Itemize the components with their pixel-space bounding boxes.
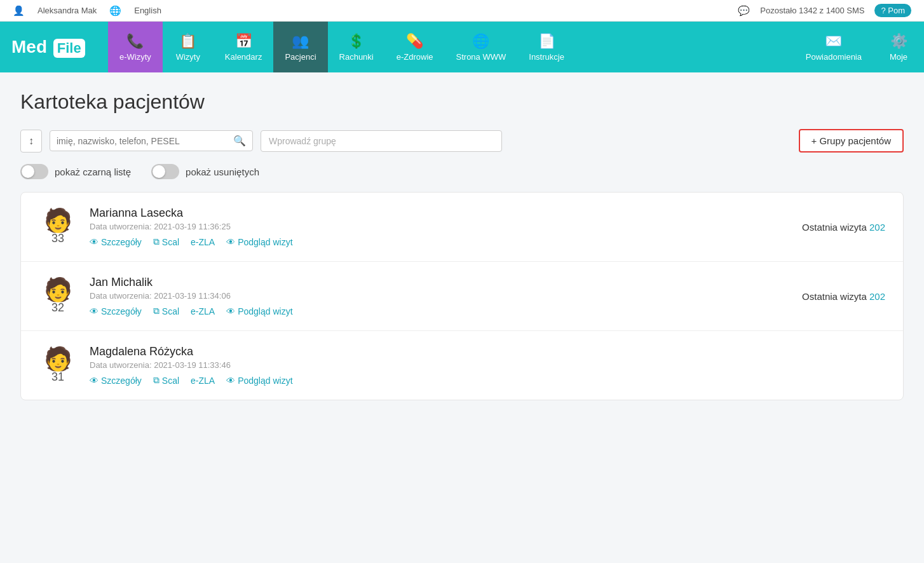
merge-icon: ⧉ (153, 306, 160, 316)
topbar-right: 💬 Pozostało 1342 z 1400 SMS ? Pom (738, 4, 911, 17)
logo-file-box: File (53, 39, 85, 58)
ezla-label: e-ZLA (191, 376, 215, 386)
ewizyty-icon: 📞 (126, 33, 144, 50)
podglad-label: Podgląd wizyt (238, 237, 292, 247)
patient-id-3: 31 (51, 370, 64, 384)
podglad-link-1[interactable]: 👁 Podgląd wizyt (226, 237, 292, 247)
merge-icon: ⧉ (153, 375, 160, 386)
ewizyty-label: e-Wizyty (119, 52, 151, 62)
powiadomienia-icon: ✉️ (825, 33, 842, 50)
moje-label: Moje (890, 52, 907, 62)
toggle-blacklist[interactable] (20, 164, 48, 179)
patient-actions-1: 👁 Szczegóły ⧉ Scal e-ZLA 👁 Podgląd wizyt (90, 236, 789, 247)
table-row: 🧑 33 Marianna Lasecka Data utworzenia: 2… (21, 193, 903, 262)
sort-icon: ↕︎ (29, 135, 34, 146)
language: English (134, 6, 161, 15)
scal-label: Scal (162, 237, 179, 247)
nav-instrukcje[interactable]: 📄 Instrukcje (517, 22, 576, 72)
ezla-link-1[interactable]: e-ZLA (191, 237, 215, 247)
user-icon: 👤 (13, 5, 25, 17)
szczegoly-link-3[interactable]: 👁 Szczegóły (90, 376, 142, 386)
nav-rachunki[interactable]: 💲 Rachunki (328, 22, 385, 72)
last-visit-label-2: Ostatnia wizyta (802, 291, 867, 302)
patient-date-2: Data utworzenia: 2021-03-19 11:34:06 (90, 291, 789, 301)
ezla-link-2[interactable]: e-ZLA (191, 306, 215, 316)
patient-date-1: Data utworzenia: 2021-03-19 11:36:25 (90, 222, 789, 231)
szczegoly-link-2[interactable]: 👁 Szczegóły (90, 306, 142, 316)
moje-icon: ⚙️ (890, 33, 907, 50)
nav-powiadomienia[interactable]: ✉️ Powiadomienia (794, 22, 873, 72)
page-title: Kartoteka pacjentów (20, 90, 904, 114)
logo: Med File (0, 22, 108, 72)
eye-icon: 👁 (90, 306, 99, 316)
sms-icon: 💬 (738, 5, 750, 17)
strona-www-label: Strona WWW (456, 52, 506, 62)
scal-label: Scal (162, 376, 179, 386)
podglad-link-3[interactable]: 👁 Podgląd wizyt (226, 376, 292, 386)
search-input[interactable] (57, 136, 229, 146)
eye2-icon: 👁 (226, 306, 235, 316)
szczegoly-link-1[interactable]: 👁 Szczegóły (90, 237, 142, 247)
username: Aleksandra Mak (37, 6, 97, 15)
avatar-person-icon: 🧑 (44, 278, 72, 301)
ezla-label: e-ZLA (191, 237, 215, 247)
toggle-blacklist-item: pokaż czarną listę (20, 164, 131, 179)
instrukcje-label: Instrukcje (529, 52, 564, 62)
group-input[interactable]: Wprowadź grupę (261, 130, 502, 152)
nav-pacjenci[interactable]: 👥 Pacjenci (273, 22, 327, 72)
pacjenci-label: Pacjenci (285, 52, 316, 62)
toggle-deleted-label: pokaż usuniętych (186, 166, 259, 177)
avatar-person-icon: 🧑 (44, 348, 72, 370)
nav-moje[interactable]: ⚙️ Moje (873, 22, 924, 72)
patient-actions-3: 👁 Szczegóły ⧉ Scal e-ZLA 👁 Podgląd wizyt (90, 375, 873, 386)
globe-icon: 🌐 (109, 5, 121, 17)
nav-ezdrowie[interactable]: 💊 e-Zdrowie (385, 22, 445, 72)
avatar-person-icon: 🧑 (44, 209, 72, 232)
wizyty-icon: 📋 (179, 33, 196, 50)
patient-name-1: Marianna Lasecka (90, 207, 789, 220)
nav-strona-www[interactable]: 🌐 Strona WWW (445, 22, 518, 72)
toggle-deleted[interactable] (151, 164, 179, 179)
patient-info-1: Marianna Lasecka Data utworzenia: 2021-0… (90, 207, 789, 247)
podglad-link-2[interactable]: 👁 Podgląd wizyt (226, 306, 292, 316)
sort-button[interactable]: ↕︎ (20, 130, 42, 153)
ezla-link-3[interactable]: e-ZLA (191, 376, 215, 386)
group-placeholder: Wprowadź grupę (269, 136, 336, 146)
main-nav: Med File 📞 e-Wizyty 📋 Wizyty 📅 Kalendarz… (0, 22, 924, 72)
powiadomienia-label: Powiadomienia (806, 52, 862, 62)
last-visit-value-2: 202 (869, 291, 885, 302)
kalendarz-icon: 📅 (235, 33, 252, 50)
eye-icon: 👁 (90, 376, 99, 386)
nav-ewizyty[interactable]: 📞 e-Wizyty (108, 22, 163, 72)
scal-label: Scal (162, 306, 179, 316)
grupy-pacjentow-button[interactable]: + Grupy pacjentów (799, 129, 904, 153)
scal-link-2[interactable]: ⧉ Scal (153, 306, 179, 316)
szczegoly-label: Szczegóły (101, 376, 142, 386)
podglad-label: Podgląd wizyt (238, 376, 292, 386)
wizyty-label: Wizyty (176, 52, 200, 62)
toggle-deleted-item: pokaż usuniętych (151, 164, 259, 179)
help-button[interactable]: ? Pom (874, 4, 911, 17)
table-row: 🧑 32 Jan Michalik Data utworzenia: 2021-… (21, 262, 903, 331)
last-visit-1: Ostatnia wizyta 202 (802, 222, 885, 233)
patient-list: 🧑 33 Marianna Lasecka Data utworzenia: 2… (20, 192, 904, 400)
patient-avatar-3: 🧑 31 (39, 348, 77, 384)
patient-date-3: Data utworzenia: 2021-03-19 11:33:46 (90, 360, 873, 370)
scal-link-1[interactable]: ⧉ Scal (153, 236, 179, 247)
table-row: 🧑 31 Magdalena Różycka Data utworzenia: … (21, 331, 903, 400)
patient-id-2: 32 (51, 301, 64, 315)
patient-info-3: Magdalena Różycka Data utworzenia: 2021-… (90, 345, 873, 386)
page-content: Kartoteka pacjentów ↕︎ 🔍 Wprowadź grupę … (0, 72, 924, 413)
nav-wizyty[interactable]: 📋 Wizyty (163, 22, 214, 72)
nav-kalendarz[interactable]: 📅 Kalendarz (214, 22, 274, 72)
eye2-icon: 👁 (226, 237, 235, 247)
sms-info: Pozostało 1342 z 1400 SMS (760, 6, 864, 15)
patient-info-2: Jan Michalik Data utworzenia: 2021-03-19… (90, 276, 789, 316)
patient-name-3: Magdalena Różycka (90, 345, 873, 358)
patient-avatar-2: 🧑 32 (39, 278, 77, 315)
szczegoly-label: Szczegóły (101, 237, 142, 247)
ezdrowie-label: e-Zdrowie (397, 52, 433, 62)
eye2-icon: 👁 (226, 376, 235, 386)
scal-link-3[interactable]: ⧉ Scal (153, 375, 179, 386)
search-box: 🔍 (50, 130, 253, 151)
